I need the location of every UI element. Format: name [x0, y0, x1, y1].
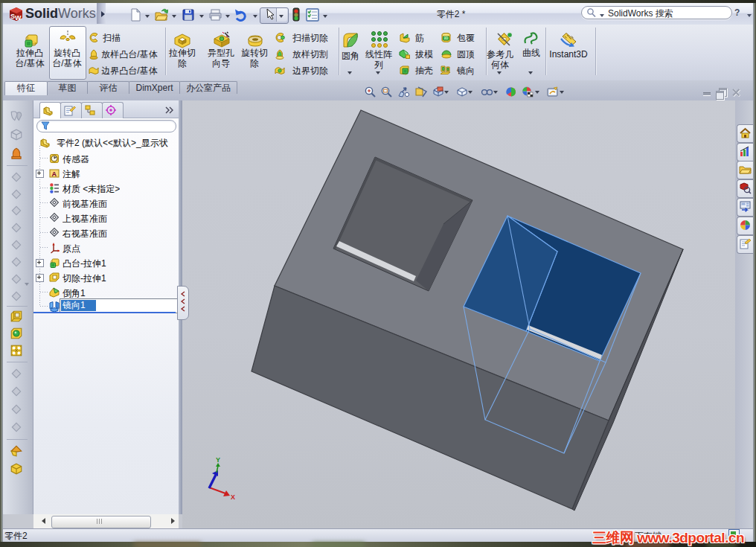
svg-text:3D: 3D — [444, 36, 449, 40]
svg-text:A: A — [51, 170, 57, 178]
svg-text:X: X — [231, 493, 235, 501]
svg-text:W: W — [15, 14, 22, 22]
svg-text:Y: Y — [216, 456, 220, 464]
